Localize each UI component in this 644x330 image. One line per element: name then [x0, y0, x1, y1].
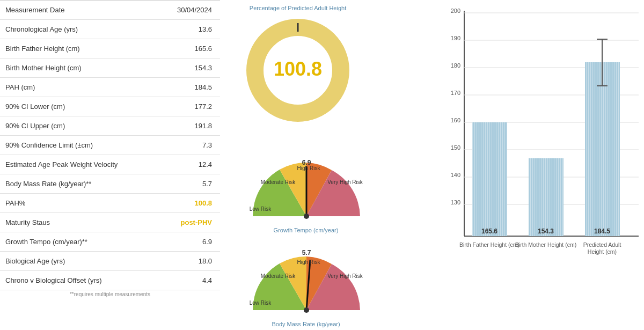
- row-value: 6.9: [158, 238, 220, 246]
- row-label: 90% CI Upper (cm): [0, 122, 158, 130]
- semi-top-value: 6.9: [302, 159, 311, 166]
- row-label: PAH%: [0, 199, 158, 207]
- label-low-risk-top: Low Risk: [249, 206, 272, 212]
- table-row: Estimated Age Peak Weight Velocity12.4: [0, 155, 220, 174]
- label-moderate-top: Moderate Risk: [260, 179, 295, 185]
- bar-chart-svg: 200 190 180 170 160 150 140 130: [440, 5, 639, 268]
- label-moderate-bot: Moderate Risk: [260, 273, 295, 279]
- label-low-risk-bot: Low Risk: [249, 300, 272, 306]
- table-row: Biological Age (yrs)18.0: [0, 252, 220, 271]
- row-value: 13.6: [158, 25, 220, 33]
- row-label: Growth Tempo (cm/year)**: [0, 238, 158, 246]
- y-label-200: 200: [451, 8, 460, 14]
- bar-predicted-label-2: Height (cm): [588, 248, 617, 255]
- semi-chart-bottom: Low Risk Moderate Risk High Risk Very Hi…: [227, 231, 385, 319]
- row-label: PAH (cm): [0, 83, 158, 91]
- donut-chart: 100.8: [239, 11, 357, 129]
- row-value: 184.5: [158, 83, 220, 91]
- bar-mother-value: 154.3: [538, 228, 554, 235]
- y-label-170: 170: [451, 90, 460, 96]
- row-label: Maturity Staus: [0, 218, 158, 226]
- y-label-130: 130: [451, 199, 460, 206]
- bar-father-value: 165.6: [481, 228, 497, 235]
- svg-rect-20: [585, 62, 620, 236]
- row-value: 18.0: [158, 257, 220, 265]
- y-label-180: 180: [451, 62, 460, 69]
- y-label-190: 190: [451, 35, 460, 41]
- semi-growth-tempo: Low Risk Moderate Risk High Risk Very Hi…: [225, 137, 386, 244]
- row-value: 4.4: [158, 276, 220, 284]
- svg-rect-18: [472, 122, 507, 236]
- row-value: 191.8: [158, 122, 220, 130]
- donut-value: 100.8: [274, 58, 322, 80]
- svg-point-4: [304, 214, 309, 219]
- main-container: Measurement Date30/04/2024Chronological …: [0, 0, 644, 330]
- row-value: 12.4: [158, 160, 220, 168]
- svg-rect-19: [529, 158, 564, 236]
- table-row: PAH%100.8: [0, 194, 220, 213]
- label-high-risk-bot: High Risk: [297, 259, 320, 265]
- row-label: Birth Mother Height (cm): [0, 64, 158, 72]
- table-row: PAH (cm)184.5: [0, 78, 220, 97]
- semi-bottom-label: Body Mass Rate (kg/year): [225, 321, 386, 327]
- charts-area: Percentage of Predicted Adult Height 100…: [220, 0, 644, 330]
- bar-father-label-1: Birth Father Height (cm): [459, 241, 519, 248]
- row-value: 30/04/2024: [158, 6, 220, 14]
- table-row: Measurement Date30/04/2024: [0, 1, 220, 20]
- data-table: Measurement Date30/04/2024Chronological …: [0, 0, 220, 330]
- table-row: Chrono v Biological Offset (yrs)4.4: [0, 271, 220, 290]
- table-row: Maturity Stauspost-PHV: [0, 213, 220, 232]
- bar-predicted-value: 184.5: [594, 228, 610, 235]
- row-value: 100.8: [158, 199, 220, 207]
- row-label: Measurement Date: [0, 6, 158, 14]
- row-label: Estimated Age Peak Weight Velocity: [0, 160, 158, 168]
- row-label: 90% CI Lower (cm): [0, 102, 158, 111]
- bar-chart-section: 200 190 180 170 160 150 140 130: [440, 5, 633, 268]
- row-label: Chronological Age (yrs): [0, 25, 158, 33]
- table-row: 90% Confidence Limit (±cm)7.3: [0, 136, 220, 155]
- svg-point-6: [304, 307, 309, 313]
- row-value: 5.7: [158, 180, 220, 188]
- table-row: 90% CI Lower (cm)177.2: [0, 97, 220, 116]
- row-value: 7.3: [158, 141, 220, 149]
- y-label-150: 150: [451, 144, 460, 151]
- row-label: Birth Father Height (cm): [0, 45, 158, 53]
- table-row: Growth Tempo (cm/year)**6.9: [0, 232, 220, 252]
- row-label: Biological Age (yrs): [0, 257, 158, 265]
- donut-section: Percentage of Predicted Adult Height 100…: [236, 3, 360, 131]
- semi-bot-value: 5.7: [302, 249, 311, 256]
- y-label-160: 160: [451, 117, 460, 123]
- semi-body-mass: Low Risk Moderate Risk High Risk Very Hi…: [225, 231, 386, 330]
- table-row: Birth Mother Height (cm)154.3: [0, 58, 220, 78]
- label-very-high-bot: Very High Risk: [327, 273, 363, 279]
- table-row: Birth Father Height (cm)165.6: [0, 39, 220, 58]
- label-very-high-top: Very High Risk: [327, 179, 363, 185]
- donut-label: Percentage of Predicted Adult Height: [236, 5, 360, 11]
- row-label: 90% Confidence Limit (±cm): [0, 141, 158, 149]
- row-value: 154.3: [158, 64, 220, 72]
- row-label: Chrono v Biological Offset (yrs): [0, 276, 158, 284]
- row-value: 177.2: [158, 102, 220, 111]
- row-value: post-PHV: [158, 218, 220, 226]
- footnote: **requires multiple measurements: [0, 290, 220, 297]
- row-label: Body Mass Rate (kg/year)**: [0, 180, 158, 188]
- bar-predicted-label-1: Predicted Adult: [583, 241, 621, 248]
- row-value: 165.6: [158, 45, 220, 53]
- table-row: 90% CI Upper (cm)191.8: [0, 116, 220, 136]
- table-row: Chronological Age (yrs)13.6: [0, 20, 220, 39]
- bar-mother-label-1: Birth Mother Height (cm): [515, 241, 576, 248]
- semi-chart-top: Low Risk Moderate Risk High Risk Very Hi…: [227, 137, 385, 225]
- table-row: Body Mass Rate (kg/year)**5.7: [0, 174, 220, 194]
- y-label-140: 140: [451, 172, 460, 178]
